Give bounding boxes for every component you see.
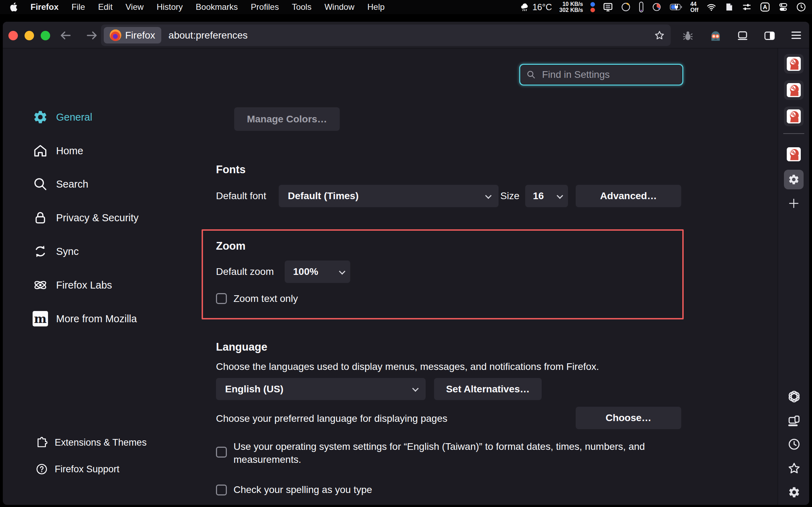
updown-dots-icon[interactable] [590, 2, 595, 12]
sidebar-item-label: Sync [56, 246, 79, 257]
vertical-tab-strip [778, 48, 809, 505]
menu-edit[interactable]: Edit [98, 2, 113, 12]
spellcheck-checkbox[interactable] [216, 485, 227, 495]
sidebar-item-general[interactable]: General [32, 109, 92, 126]
input-source-icon[interactable]: A [759, 1, 771, 13]
minimize-window-button[interactable] [25, 31, 34, 40]
find-in-settings [519, 64, 683, 86]
manage-colors-button[interactable]: Manage Colors… [234, 107, 340, 131]
battery-pill-icon[interactable] [638, 1, 644, 13]
sidebar-item-extensions-themes[interactable]: Extensions & Themes [35, 434, 147, 451]
persona-extension-icon[interactable] [709, 29, 722, 42]
sidebar-item-label: More from Mozilla [56, 313, 137, 325]
fonts-advanced-button[interactable]: Advanced… [576, 185, 681, 207]
bug-extension-icon[interactable] [682, 29, 694, 42]
question-mark-icon [35, 462, 48, 476]
gauge-menu-icon[interactable] [621, 2, 631, 12]
site-identity-badge[interactable]: Firefox [104, 27, 161, 43]
sidebar-item-privacy-security[interactable]: Privacy & Security [32, 209, 138, 226]
sidebar-item-search[interactable]: Search [32, 176, 88, 192]
weather-cloud-icon [520, 2, 530, 12]
devices-sidebar-icon[interactable] [787, 414, 801, 428]
laptop-toolbar-icon[interactable] [736, 29, 749, 42]
battery-percent-status[interactable]: 44 Off [690, 1, 698, 13]
sidebar-item-firefox-support[interactable]: Firefox Support [35, 461, 120, 478]
default-font-select[interactable]: Default (Times) [279, 185, 499, 207]
os-settings-checkbox[interactable] [216, 447, 227, 458]
battery-charging-icon[interactable] [669, 2, 683, 12]
cube-app-menu-icon[interactable] [724, 2, 734, 12]
chevron-down-icon [557, 192, 563, 198]
zoom-heading: Zoom [216, 238, 245, 254]
bookmarks-star-icon[interactable] [787, 461, 801, 475]
toggles-menu-icon[interactable] [778, 2, 789, 12]
os-settings-label: Use your operating system settings for “… [234, 440, 678, 466]
gear-icon [32, 109, 48, 125]
firefox-logo-icon [110, 29, 121, 41]
menu-bookmarks[interactable]: Bookmarks [196, 2, 238, 12]
default-zoom-select[interactable]: 100% [285, 261, 350, 283]
menu-file[interactable]: File [72, 2, 85, 12]
size-label: Size [500, 189, 519, 203]
display-menu-icon[interactable] [602, 2, 614, 12]
apple-menu-icon[interactable] [10, 2, 18, 12]
sidebar-toggle-icon[interactable] [763, 29, 776, 42]
tab-brain-3[interactable] [784, 107, 804, 126]
clock-menu-icon[interactable] [796, 2, 806, 12]
sidebar-item-label: General [56, 111, 92, 123]
menu-help[interactable]: Help [367, 2, 385, 12]
sidebar-item-label: Extensions & Themes [55, 437, 147, 448]
tab-brain-pinned[interactable] [787, 147, 801, 161]
url-text: about:preferences [169, 30, 248, 41]
settings-gear-sidebar-icon[interactable] [788, 486, 800, 499]
menu-profiles[interactable]: Profiles [251, 2, 279, 12]
sidebar-item-firefox-labs[interactable]: Firefox Labs [32, 277, 112, 293]
sidebar-item-home[interactable]: Home [32, 142, 83, 159]
tab-brain-1[interactable] [784, 54, 804, 74]
menu-view[interactable]: View [126, 2, 144, 12]
network-speed-status[interactable]: 10 KB/s 302 KB/s [559, 1, 583, 13]
language-select[interactable]: English (US) [216, 378, 426, 400]
browser-toolbar: Firefox about:preferences [3, 22, 809, 48]
menu-window[interactable]: Window [324, 2, 354, 12]
tab-brain-2[interactable] [784, 80, 804, 100]
fonts-heading: Fonts [216, 162, 245, 177]
maximize-window-button[interactable] [41, 31, 50, 40]
new-tab-plus-icon[interactable] [787, 197, 800, 210]
menu-history[interactable]: History [157, 2, 183, 12]
pie-chart-menu-icon[interactable] [652, 2, 662, 12]
puzzle-icon [35, 436, 48, 449]
sidebar-item-more-from-mozilla[interactable]: m More from Mozilla [32, 310, 137, 327]
chevron-down-icon [339, 268, 345, 274]
url-bar[interactable]: Firefox about:preferences [101, 25, 671, 46]
history-clock-icon[interactable] [787, 438, 801, 451]
back-button[interactable] [59, 29, 72, 42]
find-in-settings-input[interactable] [519, 64, 683, 86]
lock-icon [32, 210, 48, 226]
weather-status[interactable]: 16°C [520, 2, 552, 12]
zoom-text-only-checkbox[interactable] [216, 293, 227, 304]
chevron-down-icon [412, 385, 419, 392]
menu-tools[interactable]: Tools [292, 2, 311, 12]
app-menu-hamburger-icon[interactable] [790, 30, 802, 41]
sidebar-item-label: Home [56, 145, 83, 157]
sidebar-item-sync[interactable]: Sync [32, 243, 79, 260]
close-window-button[interactable] [8, 31, 18, 40]
choose-language-button[interactable]: Choose… [576, 407, 681, 429]
zoom-text-only-label: Zoom text only [234, 292, 298, 306]
bookmark-star-icon[interactable] [654, 30, 665, 41]
language-description: Choose the languages used to display men… [216, 360, 599, 374]
menu-app-name[interactable]: Firefox [31, 2, 59, 12]
sidebar-item-label: Firefox Support [55, 464, 120, 475]
tab-settings-active[interactable] [784, 170, 804, 189]
mozilla-logo-icon: m [32, 311, 48, 327]
search-icon [526, 70, 536, 80]
font-size-select[interactable]: 16 [525, 185, 568, 207]
wifi-icon[interactable] [706, 2, 717, 12]
chatgpt-sidebar-icon[interactable] [787, 390, 801, 403]
language-heading: Language [216, 339, 267, 355]
sliders-menu-icon[interactable] [742, 2, 752, 12]
set-alternatives-button[interactable]: Set Alternatives… [434, 378, 542, 400]
default-zoom-label: Default zoom [216, 265, 274, 279]
forward-button[interactable] [85, 29, 99, 42]
